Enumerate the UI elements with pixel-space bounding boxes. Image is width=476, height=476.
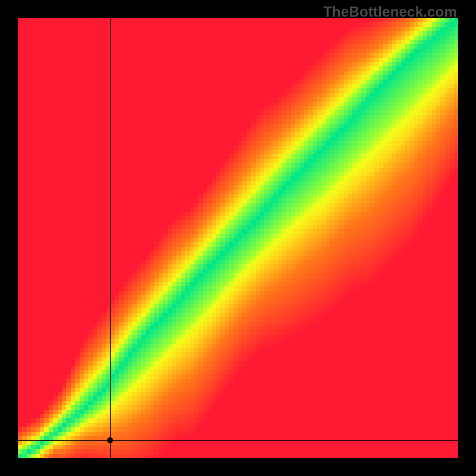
crosshair-dot [107,437,113,443]
chart-frame: TheBottleneck.com [0,0,476,476]
plot-area [18,18,458,458]
crosshair-horizontal [18,440,458,441]
crosshair-vertical [110,18,111,458]
heatmap-canvas [18,18,458,458]
